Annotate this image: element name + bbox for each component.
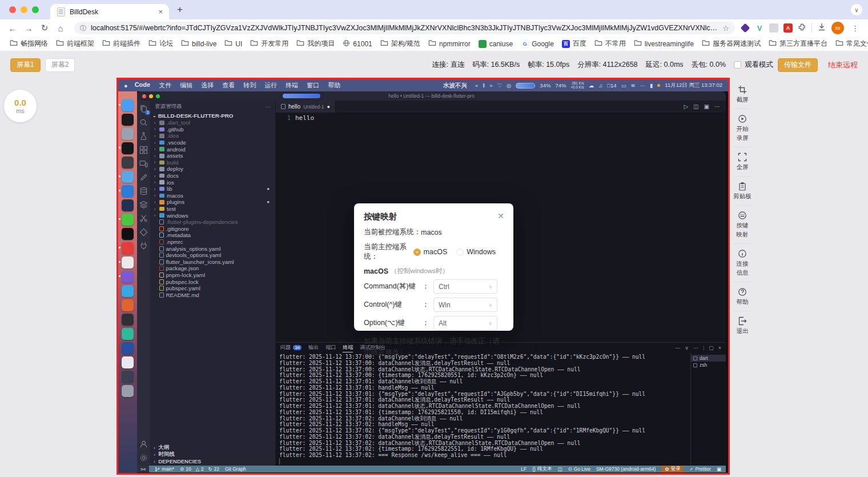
bookmark-item[interactable]: 常见文件处理 — [831, 39, 868, 49]
unsaved-dot-icon[interactable]: ● — [327, 104, 330, 110]
explorer-section[interactable]: ›大纲 — [154, 444, 275, 451]
beaker-icon[interactable] — [139, 132, 148, 141]
battery-icon[interactable]: ▮ — [650, 82, 653, 89]
dock-icon-20[interactable] — [122, 371, 134, 383]
dock-icon-13[interactable] — [122, 271, 134, 283]
tree-item[interactable]: ›assets — [152, 153, 275, 159]
media-next-icon[interactable]: » — [489, 82, 492, 89]
dock-icon-17[interactable] — [122, 328, 134, 340]
bookmark-item[interactable]: 我的项目 — [292, 39, 339, 49]
bookmark-item[interactable]: 架构/规范 — [376, 39, 424, 49]
extension-vue-icon[interactable]: V — [755, 23, 764, 33]
remote-indicator[interactable]: >< — [137, 466, 149, 472]
site-info-icon[interactable]: ⓘ — [80, 24, 86, 33]
menu-item[interactable]: 终端 — [286, 81, 298, 90]
forward-icon[interactable]: → — [21, 23, 37, 33]
tree-item[interactable]: ›.github — [152, 126, 275, 133]
search-icon[interactable] — [139, 118, 148, 127]
notifications-icon[interactable]: ▣ — [717, 466, 721, 472]
menu-item[interactable]: 帮助 — [328, 81, 340, 90]
bookmark-item[interactable]: 服务器网速测试 — [698, 39, 765, 49]
run-icon[interactable]: ▷ — [684, 103, 688, 110]
sidebar-item-clipboard[interactable]: 剪贴板 — [733, 177, 752, 206]
dock-icon-1[interactable] — [122, 99, 134, 111]
screen2-button[interactable]: 屏幕2 — [45, 58, 75, 72]
reload-icon[interactable]: ↻ — [37, 23, 53, 33]
tree-item[interactable]: ›docs — [152, 173, 275, 179]
sidebar-item-info[interactable]: 连接信息 — [733, 244, 752, 282]
tree-item[interactable]: README.md — [152, 291, 275, 298]
watch-mode-checkbox[interactable] — [734, 61, 741, 69]
extension-diamond-icon[interactable] — [741, 23, 750, 33]
bookmark-item[interactable]: 前端框架 — [52, 39, 98, 49]
extension-adobe-icon[interactable]: A — [783, 23, 793, 33]
terminal-entry[interactable]: dart — [691, 355, 726, 362]
tree-item[interactable]: ›windows — [152, 212, 275, 219]
dock-icon-3[interactable] — [122, 128, 134, 140]
keymap-select[interactable]: Alt∨ — [433, 316, 497, 330]
tree-item[interactable]: ›macos — [152, 193, 275, 199]
minimize-window-icon[interactable] — [21, 6, 27, 13]
login-status[interactable]: ✿ 登录 — [661, 466, 684, 472]
split-editor-icon[interactable]: ◫ — [693, 103, 698, 110]
prettier-status[interactable]: ✓ Prettier — [689, 466, 711, 472]
devices-icon[interactable] — [139, 159, 148, 168]
bookmark-item[interactable]: 前端插件 — [98, 39, 144, 49]
tree-item[interactable]: ›android — [152, 146, 275, 153]
tree-item[interactable]: ›build — [152, 159, 275, 166]
macos-dock[interactable] — [118, 91, 137, 473]
radio-windows[interactable] — [456, 248, 464, 256]
back-icon[interactable]: ← — [5, 23, 21, 33]
tree-item[interactable]: ›deploy — [152, 166, 275, 173]
bookmark-item[interactable]: UI — [220, 39, 246, 49]
bookmark-item[interactable]: caniuse — [475, 40, 517, 48]
tree-item[interactable]: ›ios — [152, 179, 275, 186]
layout-icon[interactable]: ▣ — [704, 103, 709, 110]
radio-label[interactable]: Windows — [467, 248, 496, 256]
url-text[interactable]: localhost:5175/#/webrtc?info=JTdCJTIyZGV… — [91, 24, 718, 32]
music-icon[interactable]: ♫ — [598, 82, 602, 89]
tree-item[interactable]: .npmrc — [152, 239, 275, 246]
dock-icon-15[interactable] — [122, 299, 134, 311]
bookmark-item[interactable]: 百百度 — [558, 39, 590, 49]
transfer-file-button[interactable]: 传输文件 — [778, 58, 818, 72]
plug-icon[interactable] — [139, 242, 148, 250]
tree-item[interactable]: ›.idea — [152, 133, 275, 139]
grid-icon[interactable] — [139, 146, 148, 154]
settings-gear-icon[interactable] — [139, 454, 148, 462]
go-live-button[interactable]: ⊙ Go Live — [568, 466, 590, 472]
sidebar-item-fullscreen[interactable]: 全屏 — [733, 147, 752, 177]
panel-tab[interactable]: 输出 — [308, 343, 319, 352]
end-remote-button[interactable]: 结束远程 — [828, 60, 858, 70]
dock-icon-6[interactable] — [122, 171, 134, 183]
bookmark-item[interactable]: 第三方直播平台 — [765, 39, 831, 49]
tree-item[interactable]: flutter_launcher_icons.yaml — [152, 258, 275, 265]
files-icon[interactable]: 1 — [139, 105, 148, 113]
vscode-titlebar[interactable]: hello • Untitled-1 — billd-desk-flutter-… — [137, 91, 726, 101]
editor-more-icon[interactable]: ⋯ — [714, 103, 720, 110]
menu-item[interactable]: 运行 — [264, 81, 277, 90]
sidebar-item-record[interactable]: 开始录屏 — [733, 109, 752, 147]
menu-item[interactable]: 文件 — [159, 81, 171, 90]
tree-item[interactable]: .flutter-plugins-dependencies — [152, 219, 275, 226]
menu-item[interactable]: 窗口 — [307, 81, 319, 90]
panel-tab[interactable]: 终端 — [343, 343, 353, 352]
cloud-icon[interactable]: ☁ — [589, 82, 594, 89]
tree-item[interactable]: ›.dart_tool — [152, 119, 275, 126]
apple-menu-icon[interactable]: ● — [124, 82, 128, 89]
media-pause-icon[interactable]: ‖ — [483, 82, 485, 89]
maximize-window-icon[interactable] — [32, 6, 39, 13]
extension-gray-icon[interactable] — [769, 23, 778, 33]
dock-icon-12[interactable] — [122, 256, 134, 268]
terminal-entry[interactable]: zsh — [691, 362, 726, 368]
dock-icon-7[interactable] — [122, 185, 134, 197]
editor-tab-hello[interactable]: hello Untitled-1 ● — [276, 101, 336, 113]
diamond-icon[interactable] — [139, 228, 148, 237]
menu-item[interactable]: 选择 — [201, 81, 214, 90]
tree-item[interactable]: pubspec.lock — [152, 278, 275, 285]
dock-icon-19[interactable] — [122, 356, 134, 368]
volume-pill[interactable] — [516, 83, 535, 89]
keymap-select[interactable]: Win∨ — [433, 298, 497, 312]
bookmark-item[interactable]: 论坛 — [144, 39, 177, 49]
bookmark-item[interactable]: GGoogle — [517, 40, 558, 48]
